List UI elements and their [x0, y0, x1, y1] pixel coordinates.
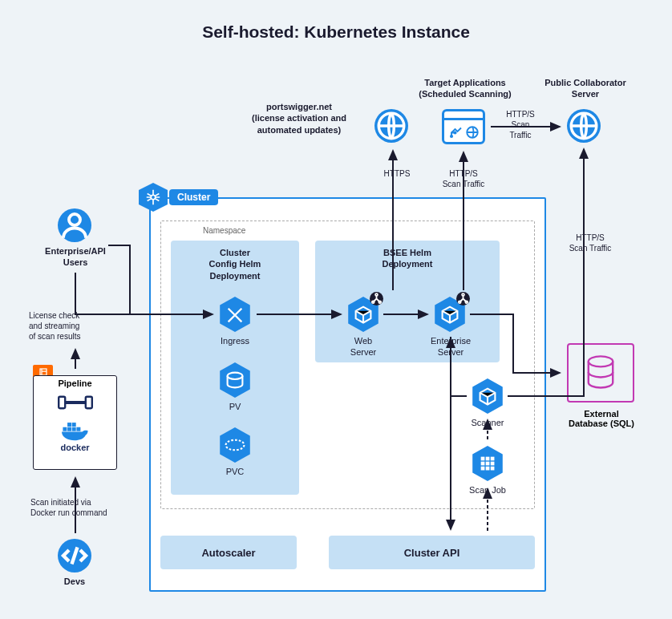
svg-rect-7	[59, 397, 65, 408]
svg-point-5	[69, 214, 80, 225]
portswigger-label: portswigger.net(license activation andau…	[227, 101, 371, 136]
svg-point-26	[462, 293, 464, 296]
globe-icon	[567, 109, 601, 143]
devs-label: Devs	[48, 576, 101, 587]
kubernetes-icon	[139, 183, 168, 212]
svg-rect-9	[63, 427, 67, 431]
svg-rect-35	[486, 462, 490, 466]
svg-point-2	[454, 131, 455, 133]
globe-icon	[374, 109, 408, 143]
docker-icon	[57, 417, 94, 444]
namespace-label: Namespace	[203, 226, 245, 235]
pv-icon	[218, 361, 252, 399]
autoscaler-panel: Autoscaler	[160, 536, 297, 569]
svg-rect-38	[486, 467, 490, 471]
collaborator-label: Public CollaboratorServer	[533, 77, 638, 100]
scanner-icon	[471, 377, 504, 415]
svg-rect-14	[76, 427, 80, 431]
web-server-label: WebServer	[335, 335, 391, 358]
scanner-label: Scanner	[459, 417, 516, 428]
ingress-icon	[218, 295, 252, 334]
https-label: HTTPS	[377, 168, 417, 179]
svg-point-40	[589, 356, 613, 366]
svg-rect-33	[491, 457, 495, 461]
svg-point-1	[451, 136, 452, 137]
target-apps-label: Target Applications(Scheduled Scanning)	[409, 77, 521, 100]
svg-rect-37	[481, 467, 485, 471]
svg-rect-12	[67, 423, 71, 427]
docker-label: docker	[34, 443, 116, 452]
ingress-label: Ingress	[207, 335, 263, 346]
pvc-icon	[218, 426, 252, 464]
bsee-helm-title: BSEE HelmDeployment	[315, 241, 500, 270]
scan-init-label: Scan initiated viaDocker run command	[30, 497, 119, 518]
scan-job-icon	[471, 444, 504, 483]
enterprise-server-label: EnterpriseServer	[422, 335, 480, 358]
svg-rect-34	[481, 462, 485, 466]
svg-rect-36	[491, 462, 495, 466]
pv-label: PV	[207, 401, 263, 412]
pvc-label: PVC	[207, 466, 263, 477]
svg-marker-19	[220, 427, 250, 463]
license-check-label: License checkand streamingof scan result…	[29, 310, 120, 342]
pipeline-box: Pipeline docker	[33, 375, 117, 470]
cluster-api-panel: Cluster API	[329, 536, 535, 569]
scan-job-label: Scan Job	[459, 484, 516, 496]
users-label: Enterprise/APIUsers	[37, 245, 114, 269]
code-icon	[58, 539, 91, 572]
external-db-label: ExternalDatabase (SQL)	[553, 409, 650, 428]
svg-rect-11	[71, 427, 75, 431]
http-scan-traffic-label-3: HTTP/SScan Traffic	[558, 233, 622, 253]
http-scan-traffic-label-2: HTTP/SScanTraffic	[496, 109, 544, 140]
svg-rect-31	[481, 457, 485, 461]
diagram-title: Self-hosted: Kubernetes Instance	[0, 22, 672, 42]
network-badge-icon	[370, 292, 383, 305]
svg-rect-6	[40, 369, 47, 375]
network-badge-icon	[456, 292, 470, 305]
svg-rect-10	[67, 427, 71, 431]
svg-rect-32	[486, 457, 490, 461]
web-server-icon	[346, 295, 380, 334]
pipeline-title: Pipeline	[34, 378, 116, 388]
svg-rect-13	[71, 423, 75, 427]
svg-point-22	[375, 293, 378, 296]
enterprise-server-icon	[433, 295, 467, 334]
config-helm-title: ClusterConfig HelmDeployment	[171, 241, 299, 281]
dumbbell-icon	[56, 391, 95, 414]
browser-icon	[442, 109, 485, 144]
svg-rect-8	[85, 397, 91, 408]
user-icon	[58, 208, 91, 242]
svg-rect-39	[491, 467, 495, 471]
http-scan-traffic-label-1: HTTP/SScan Traffic	[431, 168, 496, 189]
cluster-tag: Cluster	[139, 183, 218, 212]
database-icon	[567, 343, 634, 403]
cluster-label: Cluster	[169, 189, 218, 205]
